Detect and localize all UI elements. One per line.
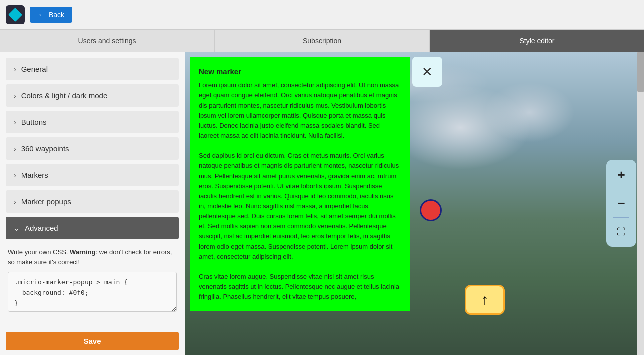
sidebar-item-marker-popups[interactable]: › Marker popups: [6, 190, 179, 213]
chevron-right-icon: ›: [14, 92, 16, 100]
logo-diamond: [8, 8, 22, 22]
close-icon: ✕: [422, 64, 433, 80]
chevron-right-icon: ›: [14, 198, 16, 206]
sidebar-item-colors[interactable]: › Colors & light / dark mode: [6, 84, 179, 107]
main-layout: › General › Colors & light / dark mode ›…: [0, 52, 644, 355]
back-arrow-icon: ←: [38, 10, 46, 20]
sidebar-item-general[interactable]: › General: [6, 58, 179, 80]
chevron-right-icon: ›: [14, 118, 16, 126]
chevron-down-icon: ⌄: [14, 224, 20, 232]
advanced-description: Write your own CSS. Warning: we don't ch…: [8, 248, 177, 267]
logo-icon: [6, 6, 25, 24]
save-button[interactable]: Save: [6, 332, 179, 350]
sidebar-item-advanced[interactable]: ⌄ Advanced: [6, 217, 179, 240]
nav-arrow-button[interactable]: ↑: [465, 285, 505, 315]
sidebar-item-markers[interactable]: › Markers: [6, 164, 179, 186]
chevron-right-icon: ›: [14, 66, 16, 74]
zoom-in-button[interactable]: +: [610, 164, 632, 186]
tab-users-settings[interactable]: Users and settings: [0, 30, 215, 52]
back-label: Back: [49, 11, 64, 19]
scrollbar-thumb[interactable]: [637, 52, 644, 92]
tab-bar: Users and settings Subscription Style ed…: [0, 30, 644, 52]
map-area: New marker Lorem ipsum dolor sit amet, c…: [185, 52, 644, 355]
sidebar-item-360-waypoints[interactable]: › 360 waypoints: [6, 138, 179, 160]
back-button[interactable]: ← Back: [30, 7, 72, 23]
tab-style-editor[interactable]: Style editor: [430, 30, 644, 52]
advanced-section-content: Write your own CSS. Warning: we don't ch…: [6, 244, 179, 321]
close-button[interactable]: ✕: [412, 57, 442, 87]
popup-title: New marker: [199, 66, 401, 78]
marker-popup: New marker Lorem ipsum dolor sit amet, c…: [190, 57, 410, 311]
sidebar-item-buttons[interactable]: › Buttons: [6, 111, 179, 134]
tab-subscription[interactable]: Subscription: [215, 30, 430, 52]
popup-body: Lorem ipsum dolor sit amet, consectetur …: [199, 80, 401, 302]
css-editor-input[interactable]: .micrio-marker-popup > main { background…: [8, 272, 177, 312]
top-bar: ← Back: [0, 0, 644, 30]
scrollbar-track: [637, 52, 644, 355]
zoom-out-button[interactable]: −: [610, 192, 632, 214]
chevron-right-icon: ›: [14, 145, 16, 153]
warning-word: Warning: [70, 248, 96, 256]
marker-dot[interactable]: [420, 200, 442, 222]
arrow-up-icon: ↑: [481, 292, 489, 308]
fullscreen-icon: ⛶: [617, 227, 626, 238]
chevron-right-icon: ›: [14, 172, 16, 180]
zoom-divider: [613, 189, 629, 190]
sidebar: › General › Colors & light / dark mode ›…: [0, 52, 185, 355]
zoom-controls: + − ⛶: [606, 160, 636, 247]
zoom-divider-2: [613, 218, 629, 218]
fullscreen-button[interactable]: ⛶: [610, 221, 632, 243]
